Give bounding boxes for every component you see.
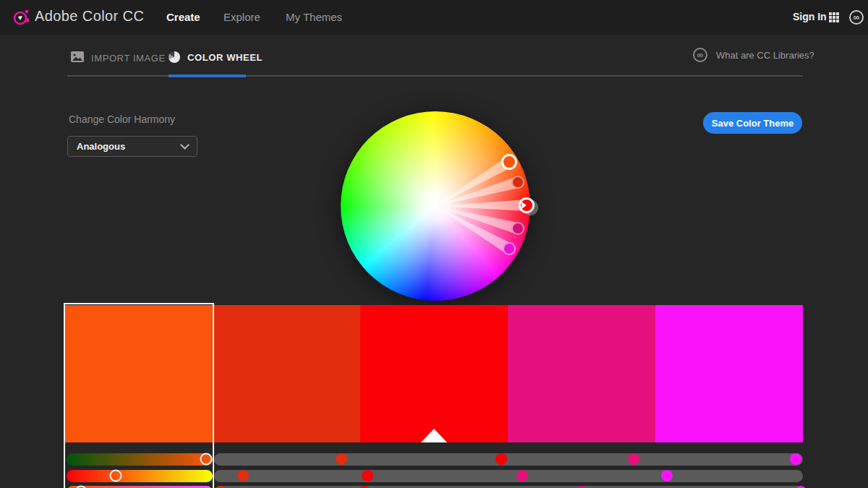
color-wheel[interactable] [341, 111, 530, 301]
cc-libraries-label: What are CC Libraries? [716, 50, 814, 61]
import-image-icon [71, 51, 84, 65]
sign-in-link[interactable]: Sign In [793, 11, 827, 22]
wheel-marker-2[interactable] [511, 176, 524, 189]
wheel-marker-4[interactable] [511, 222, 524, 235]
slider-r-handle-5[interactable] [790, 453, 801, 465]
cc-libraries-icon: ∞ [693, 48, 707, 62]
slider-g-handle-5[interactable] [661, 470, 673, 481]
harmony-selected-value: Analogous [77, 141, 125, 152]
slider-g-handle-1[interactable] [110, 470, 122, 482]
nav-my-themes[interactable]: My Themes [286, 11, 342, 23]
tab-import-label: IMPORT IMAGE [91, 53, 166, 64]
tab-wheel-label: COLOR WHEEL [187, 52, 263, 63]
wheel-marker-5[interactable] [503, 242, 516, 255]
creative-cloud-icon[interactable]: ∞ [849, 10, 864, 25]
base-color-indicator [421, 429, 447, 442]
slider-g-track[interactable] [214, 470, 803, 482]
slider-r-handle-1[interactable] [200, 453, 213, 466]
adobe-color-logo-icon[interactable] [11, 7, 33, 27]
swatch-2[interactable] [213, 305, 360, 442]
slider-r-swatch-1[interactable] [67, 453, 213, 466]
slider-r-handle-2[interactable] [336, 453, 347, 465]
slider-g-swatch-1[interactable] [67, 470, 213, 482]
color-wheel-icon [169, 51, 180, 63]
top-bar: Adobe Color CC Create Explore My Themes … [0, 0, 868, 35]
swatch-5[interactable] [655, 305, 803, 442]
slider-g-handle-2[interactable] [237, 470, 249, 481]
wheel-marker-base[interactable] [519, 197, 535, 213]
active-tab-underline [169, 74, 246, 77]
swatch-1[interactable] [65, 305, 213, 442]
wheel-marker-1[interactable] [501, 154, 517, 170]
tab-import-image[interactable]: IMPORT IMAGE [71, 51, 166, 65]
slider-r-handle-4[interactable] [628, 453, 639, 465]
adobe-color-app: Adobe Color CC Create Explore My Themes … [0, 0, 868, 488]
slider-r-handle-3[interactable] [495, 453, 507, 465]
save-color-theme-button[interactable]: Save Color Theme [703, 112, 802, 134]
apps-grid-icon[interactable] [829, 12, 841, 24]
chevron-down-icon [180, 140, 190, 150]
nav-create[interactable]: Create [166, 11, 200, 23]
harmony-dropdown[interactable]: Analogous [67, 136, 197, 157]
cc-libraries-link[interactable]: ∞ What are CC Libraries? [693, 48, 814, 62]
swatch-3[interactable] [360, 305, 508, 442]
slider-g-handle-4[interactable] [516, 470, 528, 481]
tab-color-wheel[interactable]: COLOR WHEEL [169, 51, 263, 63]
slider-r-track[interactable] [214, 453, 803, 466]
base-marker-arrow-icon [522, 202, 527, 209]
swatch-4[interactable] [508, 305, 655, 442]
app-title: Adobe Color CC [35, 8, 144, 25]
harmony-label: Change Color Harmony [69, 114, 175, 125]
slider-g-handle-3[interactable] [362, 470, 373, 481]
nav-explore[interactable]: Explore [224, 11, 260, 23]
